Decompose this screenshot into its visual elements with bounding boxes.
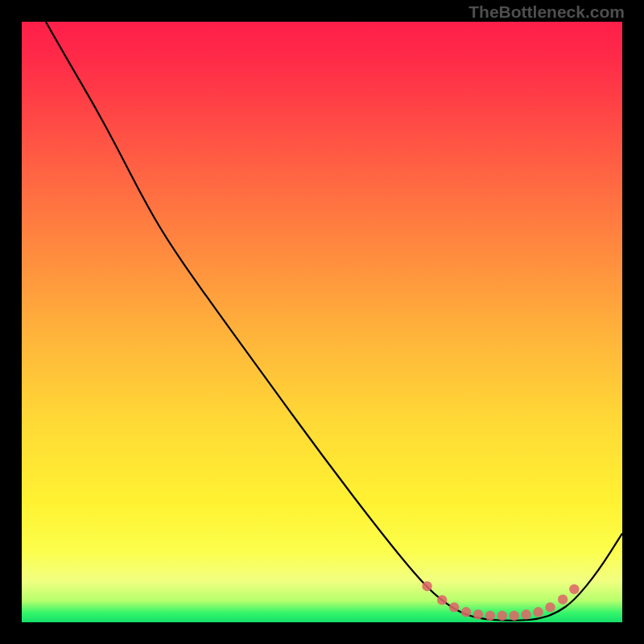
sweet-spot-dot — [521, 609, 530, 619]
attribution-text: TheBottleneck.com — [469, 2, 625, 21]
sweet-spot-dot — [422, 581, 431, 591]
sweet-spot-dot — [510, 611, 519, 621]
plot-area — [22, 22, 622, 622]
sweet-spot-dot — [473, 609, 483, 619]
sweet-spot-dot — [437, 595, 447, 605]
sweet-spot-dot — [497, 611, 507, 621]
sweet-spot-dot — [569, 584, 579, 594]
sweet-spot-dot — [461, 607, 471, 617]
sweet-spot-dot — [533, 607, 543, 617]
bottleneck-chart: TheBottleneck.com — [0, 0, 644, 644]
sweet-spot-dot — [485, 611, 495, 621]
sweet-spot-dot — [558, 594, 568, 604]
sweet-spot-dot — [449, 602, 459, 612]
sweet-spot-dot — [545, 602, 555, 612]
